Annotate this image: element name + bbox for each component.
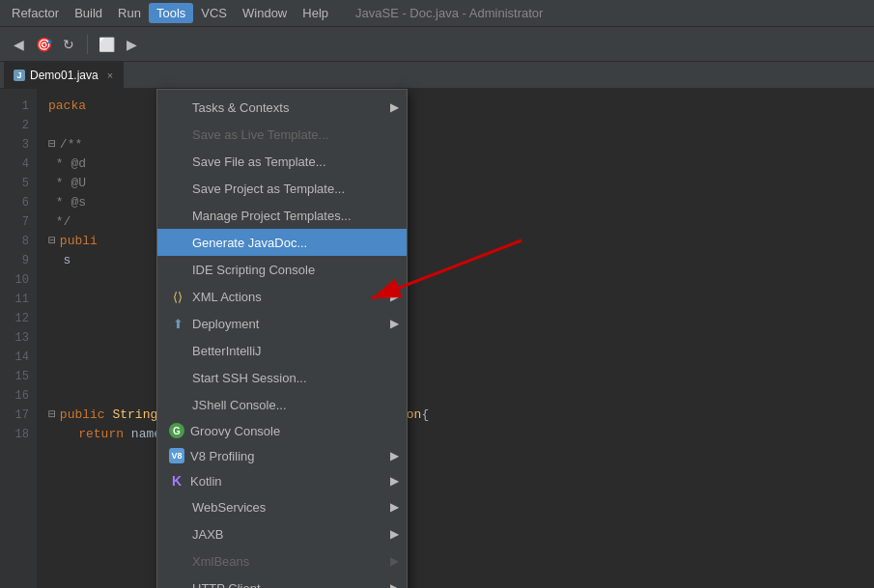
window-title: JavaSE - Doc.java - Administrator [355,6,543,20]
deployment-icon: ⬆ [169,315,186,332]
tools-dropdown: Tasks & Contexts ▶ Save as Live Template… [156,89,408,588]
line-num-13: 13 [0,328,29,348]
xml-actions-label: XML Actions [192,290,262,304]
comment-start: /** [60,135,82,154]
line-num-8: 8 [0,232,29,251]
code-container: 1 2 3 4 5 6 7 8 9 10 11 12 13 14 15 16 1… [0,89,874,588]
jaxb-icon [169,525,186,543]
javadoc-icon [169,234,186,251]
menu-tools[interactable]: Tools [149,3,193,23]
kw-public-17: public [60,406,105,425]
tab-demo01[interactable]: J Demo01.java × [4,62,124,89]
menu-item-webservices[interactable]: WebServices ▶ [157,493,407,520]
v8-icon: V8 [169,448,184,463]
menu-item-deployment[interactable]: ⬆ Deployment ▶ [157,310,407,337]
ide-scripting-label: IDE Scripting Console [192,263,315,277]
webservices-arrow: ▶ [390,500,399,514]
java-file-icon: J [14,70,25,81]
menu-refactor[interactable]: Refactor [4,3,67,23]
webservices-label: WebServices [192,500,266,515]
fold-3: ⊟ [48,135,56,154]
groovy-label: Groovy Console [190,424,280,438]
xmlbeans-label: XmlBeans [192,554,249,569]
menu-item-kotlin[interactable]: K Kotlin ▶ [157,468,407,493]
tasks-icon [169,98,186,116]
xml-icon: ⟨⟩ [169,288,186,305]
menu-item-manage-templates[interactable]: Manage Project Templates... [157,202,407,229]
save-file-icon [169,153,186,170]
toolbar-refresh[interactable]: ↻ [58,34,79,55]
better-intellij-icon [169,342,186,359]
menu-item-http-client[interactable]: HTTP Client ▶ [157,574,407,588]
line-num-10: 10 [0,270,29,290]
menu-window[interactable]: Window [235,3,295,23]
kotlin-arrow: ▶ [390,474,399,488]
menu-item-save-project[interactable]: Save Project as Template... [157,175,407,202]
tab-label: Demo01.java [30,69,99,82]
keyword-package: packa [48,97,86,116]
fold-17: ⊟ [48,406,56,425]
code-9: s [48,251,70,270]
line-num-16: 16 [0,386,29,406]
ssh-label: Start SSH Session... [192,371,307,385]
line-num-12: 12 [0,309,29,328]
tab-close-btn[interactable]: × [107,70,113,81]
toolbar-stop[interactable]: ⬜ [96,34,117,55]
line-num-4: 4 [0,154,29,174]
save-live-label: Save as Live Template... [192,127,328,142]
menu-item-v8[interactable]: V8 V8 Profiling ▶ [157,443,407,468]
better-intellij-label: BetterIntelliJ [192,344,262,358]
http-client-arrow: ▶ [390,581,399,588]
menu-build[interactable]: Build [67,3,110,23]
save-project-icon [169,180,186,197]
webservices-icon [169,498,186,516]
xmlbeans-icon [169,552,186,570]
menu-item-ide-scripting[interactable]: IDE Scripting Console [157,256,407,283]
brace-open-17: { [421,406,429,425]
kotlin-label: Kotlin [190,474,222,489]
kw-public-8: publi [60,232,98,251]
class-string-17: String [112,406,157,425]
line-num-15: 15 [0,367,29,386]
menu-vcs[interactable]: VCS [193,3,235,23]
line-num-2: 2 [0,116,29,135]
menu-item-jshell[interactable]: JShell Console... [157,391,407,418]
manage-templates-label: Manage Project Templates... [192,209,352,223]
main-area: J Demo01.java × 1 2 3 4 5 6 7 8 9 10 11 … [0,62,874,588]
line-num-3: 3 [0,135,29,154]
menu-run[interactable]: Run [110,3,149,23]
comment-5: * @U [48,174,86,193]
menu-item-groovy[interactable]: G Groovy Console [157,418,407,443]
http-client-label: HTTP Client [192,581,261,589]
toolbar-target[interactable]: 🎯 [33,34,54,55]
fold-8: ⊟ [48,232,56,251]
kw-return: return [78,425,124,444]
menu-help[interactable]: Help [295,3,336,23]
comment-6: * @s [48,193,86,212]
jaxb-arrow: ▶ [390,527,399,541]
menu-item-tasks[interactable]: Tasks & Contexts ▶ [157,94,407,121]
ssh-icon [169,369,186,386]
menu-item-xml-actions[interactable]: ⟨⟩ XML Actions ▶ [157,283,407,310]
editor-area: J Demo01.java × 1 2 3 4 5 6 7 8 9 10 11 … [0,62,874,588]
generate-javadoc-label: Generate JavaDoc... [192,236,307,250]
manage-templates-icon [169,207,186,224]
toolbar-back[interactable]: ◀ [8,34,29,55]
groovy-icon: G [169,423,184,438]
menu-item-jaxb[interactable]: JAXB ▶ [157,520,407,547]
save-live-icon [169,126,186,143]
line-num-5: 5 [0,174,29,193]
toolbar-run[interactable]: ▶ [121,34,142,55]
line-num-9: 9 [0,251,29,270]
menu-item-ssh[interactable]: Start SSH Session... [157,364,407,391]
menu-item-generate-javadoc[interactable]: Generate JavaDoc... [157,229,407,256]
ide-scripting-icon [169,261,186,278]
deployment-label: Deployment [192,317,259,331]
jshell-label: JShell Console... [192,398,287,412]
tasks-label: Tasks & Contexts [192,100,289,115]
menu-item-save-live: Save as Live Template... [157,121,407,148]
menu-item-better-intellij[interactable]: BetterIntelliJ [157,337,407,364]
v8-label: V8 Profiling [190,449,254,463]
comment-end: */ [48,212,70,232]
menu-item-save-file[interactable]: Save File as Template... [157,148,407,175]
